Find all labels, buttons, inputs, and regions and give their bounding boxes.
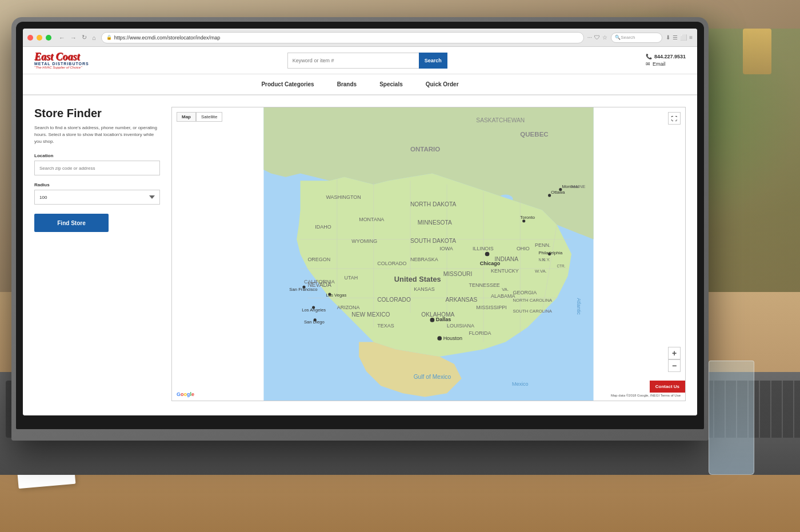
logo: East Coast METAL DISTRIBUTORS "The HVAC … [34, 51, 89, 69]
close-button[interactable] [27, 35, 33, 41]
svg-text:ILLINOIS: ILLINOIS [473, 246, 494, 251]
svg-text:San Diego: San Diego [304, 319, 325, 325]
lock-icon: 🔒 [106, 35, 112, 40]
minimize-button[interactable] [37, 35, 42, 41]
svg-text:SOUTH DAKOTA: SOUTH DAKOTA [410, 238, 456, 244]
svg-text:W.VA.: W.VA. [535, 269, 547, 274]
star-icon[interactable]: ☆ [602, 34, 607, 41]
browser-chrome: ← → ↻ ⌂ 🔒 https://www.ecmdi.com/storeloc… [23, 29, 697, 47]
screen: ← → ↻ ⌂ 🔒 https://www.ecmdi.com/storeloc… [23, 29, 697, 415]
laptop-frame: ← → ↻ ⌂ 🔒 https://www.ecmdi.com/storeloc… [11, 17, 709, 441]
download-icon[interactable]: ⬇ [666, 34, 670, 41]
google-g: G [177, 391, 181, 397]
svg-point-67 [522, 219, 525, 222]
keyword-search-button[interactable]: Search [419, 53, 447, 69]
svg-text:MAINE: MAINE [571, 184, 585, 189]
search-icon: 🔍 [615, 35, 621, 40]
svg-text:Dallas: Dallas [436, 317, 451, 322]
home-icon[interactable]: ⌂ [90, 33, 98, 42]
nav-product-categories[interactable]: Product Categories [261, 79, 314, 90]
google-logo: Google [177, 391, 194, 397]
map-area: Map Satellite ⛶ [171, 107, 686, 401]
svg-text:Ottawa: Ottawa [551, 190, 565, 195]
svg-text:WYOMING: WYOMING [351, 238, 377, 244]
header-search: Search [287, 53, 447, 69]
logo-tagline: "The HVAC Supplier of Choice" [34, 66, 89, 69]
phone-icon: 📞 [646, 54, 652, 59]
radius-select[interactable]: 25 50 100 200 500 [34, 190, 160, 205]
svg-text:ALABAMA: ALABAMA [491, 293, 515, 299]
svg-text:Philadelphia: Philadelphia [538, 250, 563, 255]
forward-icon[interactable]: → [69, 33, 78, 42]
map-tab-map[interactable]: Map [177, 112, 196, 122]
menu-icon[interactable]: ≡ [689, 34, 693, 41]
header-contact: 📞 844.227.9531 ✉ Email [646, 54, 686, 67]
logo-east-coast: East Coast [34, 51, 89, 62]
location-input[interactable] [34, 161, 160, 175]
svg-text:CALIFORNIA: CALIFORNIA [304, 279, 335, 285]
svg-point-63 [437, 336, 442, 341]
site-main: Store Finder Search to find a store's ad… [23, 95, 697, 413]
nav-quick-order[interactable]: Quick Order [426, 79, 459, 90]
svg-text:QUEBEC: QUEBEC [520, 131, 549, 138]
pencils-decoration [743, 29, 771, 74]
fullscreen-button[interactable]: ⛶ [668, 112, 681, 125]
browser-nav-icons: ← → ↻ ⌂ [57, 33, 98, 42]
screen-bezel: ← → ↻ ⌂ 🔒 https://www.ecmdi.com/storeloc… [16, 22, 704, 429]
find-store-button[interactable]: Find Store [34, 214, 109, 232]
svg-text:ARKANSAS: ARKANSAS [445, 297, 477, 303]
email-label: Email [653, 61, 666, 67]
svg-text:GEORGIA: GEORGIA [513, 290, 537, 295]
svg-text:Toronto: Toronto [520, 215, 535, 220]
browser-search-bar[interactable]: 🔍 Search [611, 33, 662, 43]
tab-icon[interactable]: ⬜ [680, 34, 687, 41]
nav-brands[interactable]: Brands [337, 79, 357, 90]
glass-decoration [709, 361, 754, 475]
svg-text:Houston: Houston [443, 335, 462, 341]
contact-us-button[interactable]: Contact Us [650, 381, 685, 393]
contact-email[interactable]: ✉ Email [646, 61, 686, 67]
svg-text:VA.: VA. [502, 287, 509, 292]
svg-text:COLORADO: COLORADO [377, 261, 406, 266]
page-description: Search to find a store's address, phone … [34, 125, 160, 145]
maximize-button[interactable] [46, 35, 51, 41]
browser-right-actions: ⬇ ☰ ⬜ ≡ [666, 34, 693, 41]
svg-text:NEW MEXICO: NEW MEXICO [351, 311, 390, 318]
logo-metal-distributors: METAL DISTRIBUTORS [34, 62, 89, 66]
svg-text:TEXAS: TEXAS [377, 323, 394, 329]
svg-text:SASKATCHEWAN: SASKATCHEWAN [476, 117, 525, 123]
zoom-in-button[interactable]: + [668, 347, 681, 359]
svg-text:Las Vegas: Las Vegas [326, 293, 346, 298]
svg-text:ONTARIO: ONTARIO [410, 146, 440, 153]
keyword-search-input[interactable] [287, 53, 419, 69]
svg-text:NORTH DAKOTA: NORTH DAKOTA [410, 201, 457, 207]
browser-actions: ··· 🛡 ☆ [587, 34, 607, 41]
address-bar[interactable]: 🔒 https://www.ecmdi.com/storelocator/ind… [101, 32, 584, 43]
svg-text:WASHINGTON: WASHINGTON [326, 194, 361, 200]
svg-text:OREGON: OREGON [307, 257, 330, 262]
svg-point-61 [430, 318, 435, 322]
svg-text:NEBRASKA: NEBRASKA [410, 257, 438, 262]
svg-text:United States: United States [394, 275, 441, 283]
bookmark-icon[interactable]: ☰ [673, 34, 678, 41]
svg-text:IOWA: IOWA [439, 246, 453, 251]
back-icon[interactable]: ← [57, 33, 67, 42]
svg-text:PENN.: PENN. [535, 242, 550, 248]
phone-number: 844.227.9531 [654, 54, 686, 59]
map-tab-satellite[interactable]: Satellite [196, 112, 222, 122]
refresh-icon[interactable]: ↻ [80, 33, 89, 42]
more-icon[interactable]: ··· [587, 34, 592, 41]
svg-text:IDAHO: IDAHO [315, 224, 331, 230]
zoom-out-button[interactable]: − [668, 359, 681, 372]
svg-text:FLORIDA: FLORIDA [469, 330, 491, 336]
svg-text:MISSISSIPPI: MISSISSIPPI [476, 305, 506, 310]
nav-specials[interactable]: Specials [379, 79, 403, 90]
svg-text:SOUTH CAROLINA: SOUTH CAROLINA [513, 309, 552, 314]
site-content: East Coast METAL DISTRIBUTORS "The HVAC … [23, 47, 697, 415]
search-placeholder: Search [621, 35, 635, 40]
svg-text:N.Y.: N.Y. [538, 258, 545, 262]
svg-text:Chicago: Chicago [480, 261, 501, 266]
svg-text:MINNESOTA: MINNESOTA [418, 219, 452, 226]
svg-text:LOUISIANA: LOUISIANA [447, 323, 474, 329]
page-title: Store Finder [34, 107, 160, 120]
